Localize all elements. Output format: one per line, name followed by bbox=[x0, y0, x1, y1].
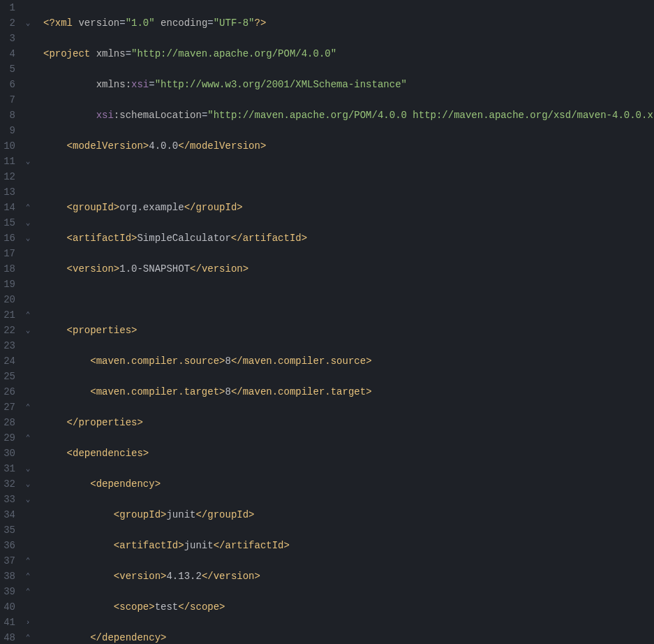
line-number: 16 bbox=[0, 230, 15, 246]
line-number: 40 bbox=[0, 599, 15, 615]
line-number: 2 bbox=[0, 15, 15, 31]
code-line: <project xmlns="http://maven.apache.org/… bbox=[43, 46, 654, 61]
punct: </ bbox=[214, 540, 225, 551]
punct: < bbox=[114, 571, 119, 582]
line-number: 23 bbox=[0, 338, 15, 353]
line-number: 27 bbox=[0, 400, 15, 415]
tag-dependencies: dependencies bbox=[73, 448, 143, 459]
fold-none bbox=[21, 538, 35, 553]
fold-open-icon[interactable]: ⌄ bbox=[21, 154, 35, 169]
code-line: <groupId>junit</groupId> bbox=[43, 507, 654, 522]
line-number: 4 bbox=[0, 46, 15, 61]
fold-close-icon[interactable]: ⌃ bbox=[21, 584, 35, 599]
line-number: 33 bbox=[0, 492, 15, 507]
text: 8 bbox=[225, 386, 230, 397]
code-editor[interactable]: 1 2 3 4 5 6 7 8 9 10 11 12 13 14 15 16 1… bbox=[0, 0, 654, 644]
punct: < bbox=[67, 202, 73, 213]
attr-schemaLocation: :schemaLocation bbox=[114, 110, 202, 121]
tag-scope: scope bbox=[119, 601, 149, 613]
code-line: xmlns:xsi="http://www.w3.org/2001/XMLSch… bbox=[43, 77, 654, 92]
code-line: <version>4.13.2</version> bbox=[43, 569, 654, 584]
punct: > bbox=[114, 263, 119, 275]
fold-close-icon[interactable]: ⌃ bbox=[21, 430, 35, 446]
fold-close-icon[interactable]: ⌃ bbox=[21, 200, 35, 215]
tag-mcs: maven.compiler.source bbox=[96, 356, 219, 367]
tag: version bbox=[202, 263, 243, 275]
fold-collapsed-icon[interactable]: › bbox=[21, 615, 35, 630]
code-content[interactable]: <?xml version="1.0" encoding="UTF-8"?> <… bbox=[35, 0, 654, 644]
line-number: 19 bbox=[0, 277, 15, 292]
tag: artifactId bbox=[119, 540, 178, 551]
str: "1.0" bbox=[126, 17, 155, 29]
tag-version: version bbox=[73, 263, 114, 275]
fold-open-icon[interactable]: ⌄ bbox=[21, 230, 35, 246]
line-number: 20 bbox=[0, 292, 15, 307]
text: 4.13.2 bbox=[166, 571, 201, 582]
fold-none bbox=[21, 138, 35, 154]
text: test bbox=[155, 601, 179, 613]
fold-none bbox=[21, 46, 35, 61]
line-number: 38 bbox=[0, 569, 15, 584]
tag-dependency: dependency bbox=[96, 478, 155, 490]
fold-close-icon[interactable]: ⌃ bbox=[21, 553, 35, 569]
line-number: 11 bbox=[0, 154, 15, 169]
xml-decl: xml bbox=[55, 17, 73, 29]
line-number: 26 bbox=[0, 384, 15, 400]
tag: modelVersion bbox=[190, 140, 260, 152]
line-number: 18 bbox=[0, 261, 15, 277]
code-line: <dependencies> bbox=[43, 446, 654, 461]
fold-open-icon[interactable]: ⌄ bbox=[21, 215, 35, 230]
fold-close-icon[interactable]: ⌃ bbox=[21, 630, 35, 644]
tag-artifactId: artifactId bbox=[73, 233, 131, 244]
line-number: 48 bbox=[0, 630, 15, 644]
tag-properties: properties bbox=[73, 325, 131, 336]
punct: < bbox=[67, 263, 73, 275]
punct: < bbox=[114, 509, 119, 520]
line-number: 39 bbox=[0, 584, 15, 599]
line-number: 1 bbox=[0, 0, 15, 15]
punct: > bbox=[237, 202, 242, 213]
tag: properties bbox=[78, 417, 137, 428]
fold-none bbox=[21, 0, 35, 15]
text: 4.0.0 bbox=[149, 140, 178, 152]
tag: artifactId bbox=[243, 233, 302, 244]
tag: scope bbox=[190, 601, 219, 613]
line-number: 6 bbox=[0, 77, 15, 92]
fold-close-icon[interactable]: ⌃ bbox=[21, 569, 35, 584]
line-number: 41 bbox=[0, 615, 15, 630]
line-number: 9 bbox=[0, 123, 15, 138]
line-number: 31 bbox=[0, 461, 15, 476]
line-number: 13 bbox=[0, 184, 15, 200]
punct: > bbox=[178, 540, 184, 551]
code-line: </dependency> bbox=[43, 630, 654, 644]
fold-close-icon[interactable]: ⌃ bbox=[21, 307, 35, 323]
tag-groupId: groupId bbox=[73, 202, 114, 213]
fold-open-icon[interactable]: ⌄ bbox=[21, 492, 35, 507]
attr: encoding bbox=[161, 17, 207, 29]
punct: > bbox=[161, 632, 166, 643]
fold-none bbox=[21, 338, 35, 353]
fold-open-icon[interactable]: ⌄ bbox=[21, 476, 35, 492]
code-line: <version>1.0-SNAPSHOT</version> bbox=[43, 261, 654, 277]
punct: </ bbox=[202, 571, 214, 582]
fold-open-icon[interactable]: ⌄ bbox=[21, 461, 35, 476]
punct: < bbox=[67, 325, 73, 336]
line-number: 12 bbox=[0, 169, 15, 184]
punct: </ bbox=[190, 263, 202, 275]
line-number: 37 bbox=[0, 553, 15, 569]
punct: > bbox=[143, 448, 149, 459]
str: "http://maven.apache.org/POM/4.0.0" bbox=[131, 48, 336, 59]
fold-open-icon[interactable]: ⌄ bbox=[21, 15, 35, 31]
punct: > bbox=[243, 263, 248, 275]
punct: <? bbox=[43, 17, 55, 29]
punct: < bbox=[67, 448, 73, 459]
punct: < bbox=[114, 540, 119, 551]
fold-close-icon[interactable]: ⌃ bbox=[21, 400, 35, 415]
code-line: <scope>test</scope> bbox=[43, 599, 654, 615]
line-number: 24 bbox=[0, 353, 15, 369]
text: junit bbox=[166, 509, 195, 520]
eq: = bbox=[119, 17, 125, 29]
fold-none bbox=[21, 353, 35, 369]
punct: < bbox=[90, 356, 96, 367]
fold-open-icon[interactable]: ⌄ bbox=[21, 323, 35, 338]
